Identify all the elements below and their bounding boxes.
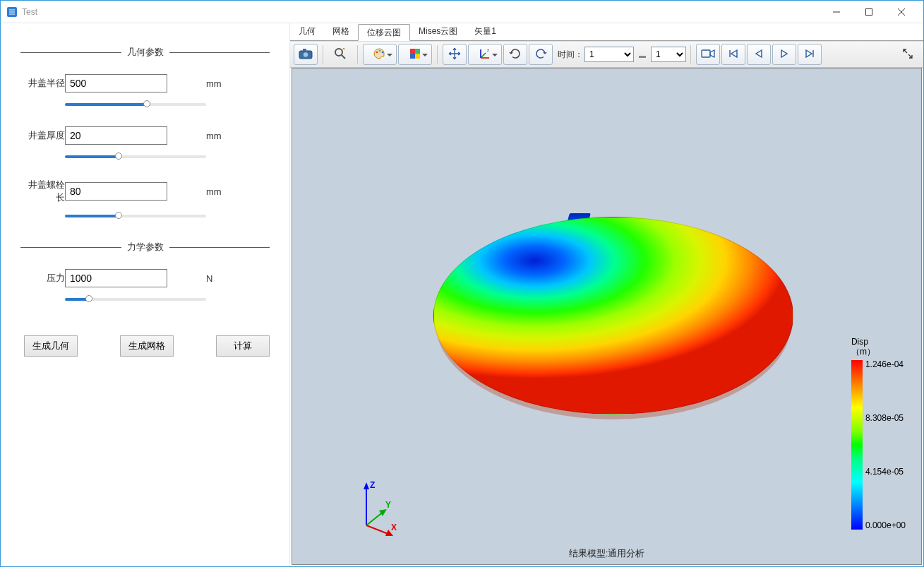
displacement-contour: [433, 217, 793, 414]
prev-frame-button[interactable]: [747, 44, 771, 65]
pressure-unit: N: [206, 273, 212, 284]
bolt-length-input[interactable]: [65, 182, 167, 201]
step-toggle[interactable]: [635, 44, 650, 65]
result-viewport[interactable]: Z Y X Disp （m） 1.246e-04 8.308e-0: [292, 68, 922, 565]
axis-view-dropdown[interactable]: z: [468, 44, 502, 65]
svg-text:Z: Z: [370, 480, 375, 490]
pressure-label: 压力: [20, 272, 65, 285]
palette-icon: [373, 48, 386, 61]
snapshot-button[interactable]: [294, 44, 318, 65]
bolt-length-unit: mm: [206, 186, 222, 197]
bolt-length-label: 井盖螺栓长: [20, 179, 65, 204]
svg-rect-9: [410, 49, 415, 54]
result-tabs: 几何 网格 位移云图 Mises云图 矢量1: [290, 23, 923, 41]
close-button[interactable]: [885, 1, 918, 23]
thickness-unit: mm: [206, 131, 222, 141]
title-bar: Test: [1, 1, 923, 23]
generate-mesh-button[interactable]: 生成网格: [120, 335, 174, 357]
svg-rect-1: [866, 8, 872, 15]
viewport-footer-label: 结果模型:通用分析: [569, 547, 645, 560]
first-frame-button[interactable]: [721, 44, 745, 65]
cube-rainbow-icon: [409, 47, 421, 62]
camera-icon: [299, 48, 313, 61]
group-mechanics-header: 力学参数: [20, 241, 270, 253]
svg-rect-11: [410, 54, 415, 59]
group-geometry-header: 几何参数: [20, 46, 270, 59]
svg-point-8: [382, 51, 384, 53]
tab-mises[interactable]: Mises云图: [410, 23, 466, 40]
svg-rect-15: [702, 50, 710, 57]
svg-rect-14: [639, 56, 646, 58]
axes-icon: z: [479, 47, 491, 62]
expand-button[interactable]: [896, 44, 920, 65]
play-reverse-icon: [754, 49, 764, 61]
play-icon: [779, 49, 789, 61]
rotate-ccw-button[interactable]: [529, 44, 553, 65]
pressure-input[interactable]: [65, 269, 167, 287]
svg-rect-10: [415, 49, 420, 54]
app-icon: [6, 6, 18, 18]
skip-end-icon: [805, 49, 815, 61]
svg-rect-4: [303, 49, 306, 51]
generate-geometry-button[interactable]: 生成几何: [24, 335, 78, 357]
tab-displacement[interactable]: 位移云图: [358, 24, 410, 41]
move-icon: [448, 47, 461, 62]
svg-point-5: [335, 49, 342, 56]
tab-geometry[interactable]: 几何: [290, 23, 324, 40]
svg-text:X: X: [391, 523, 397, 532]
legend-colorbar: [851, 360, 863, 530]
minimize-button[interactable]: [820, 1, 853, 23]
rotate-ccw-icon: [534, 47, 547, 62]
svg-point-6: [376, 51, 378, 53]
legend-tick-min: 0.000e+00: [865, 521, 906, 530]
svg-point-7: [379, 49, 381, 52]
skip-start-icon: [728, 49, 738, 61]
zoom-button[interactable]: [328, 44, 352, 65]
axis-triad: Z Y X: [356, 479, 405, 536]
step-combo[interactable]: 1: [651, 47, 686, 62]
color-legend: Disp （m） 1.246e-04 8.308e-05 4.154e-05 0…: [851, 337, 906, 530]
legend-title: Disp: [851, 337, 906, 347]
parameter-panel: 几何参数 井盖半径 mm 井盖厚度 mm 井盖螺栓长 mm 力学参数: [1, 23, 290, 566]
compute-button[interactable]: 计算: [216, 335, 270, 357]
radius-unit: mm: [206, 78, 222, 89]
thickness-input[interactable]: [65, 126, 167, 145]
svg-text:z: z: [487, 48, 489, 52]
record-button[interactable]: [696, 44, 720, 65]
svg-marker-17: [364, 482, 369, 489]
rotate-cw-icon: [509, 47, 522, 62]
radius-slider[interactable]: [65, 98, 206, 111]
legend-tick-2: 8.308e-05: [865, 414, 906, 422]
svg-line-22: [366, 525, 390, 535]
last-frame-button[interactable]: [798, 44, 822, 65]
rotate-cw-button[interactable]: [503, 44, 527, 65]
colormap-dropdown[interactable]: [398, 44, 432, 65]
maximize-button[interactable]: [853, 1, 885, 23]
thickness-label: 井盖厚度: [20, 129, 65, 142]
expand-icon: [903, 49, 913, 61]
play-button[interactable]: [772, 44, 796, 65]
legend-unit: （m）: [851, 347, 906, 357]
time-label: 时间：: [558, 49, 583, 61]
tab-vector1[interactable]: 矢量1: [466, 23, 505, 40]
svg-text:Y: Y: [385, 500, 391, 510]
pressure-slider[interactable]: [65, 293, 206, 306]
time-combo[interactable]: 1: [584, 47, 634, 62]
svg-point-3: [304, 52, 308, 56]
legend-tick-1: 4.154e-05: [865, 467, 906, 476]
pan-button[interactable]: [443, 44, 467, 65]
svg-rect-12: [415, 54, 420, 59]
palette-dropdown[interactable]: [363, 44, 397, 65]
radius-input[interactable]: [65, 74, 167, 92]
legend-tick-max: 1.246e-04: [865, 360, 906, 369]
bolt-length-slider[interactable]: [65, 210, 206, 222]
radius-label: 井盖半径: [20, 77, 65, 90]
viewport-toolbar: z 时间： 1 1: [290, 41, 923, 68]
magnifier-icon: [334, 47, 347, 62]
window-title: Test: [22, 7, 820, 17]
thickness-slider[interactable]: [65, 150, 206, 163]
video-camera-icon: [701, 49, 715, 61]
tab-mesh[interactable]: 网格: [324, 23, 358, 40]
